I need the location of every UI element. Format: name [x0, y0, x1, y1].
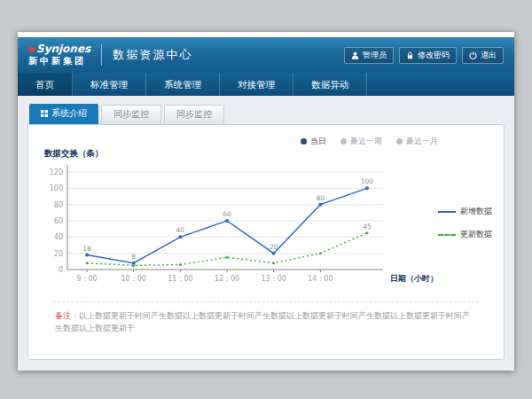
legend-item-today[interactable]: 当日: [301, 136, 326, 147]
svg-text:40: 40: [54, 233, 63, 241]
dot-icon: [396, 138, 403, 145]
footnote-text: ：以上数据更新于时间产生数据以上数据更新于时间产生数据以上数据更新于时间产生数据…: [55, 311, 470, 332]
svg-text:45: 45: [363, 223, 372, 231]
svg-text:80: 80: [54, 201, 63, 209]
dot-icon: [340, 138, 347, 145]
footnote: 备注：以上数据更新于时间产生数据以上数据更新于时间产生数据以上数据更新于时间产生…: [37, 302, 495, 334]
svg-text:日期（小时）: 日期（小时）: [390, 274, 438, 283]
svg-text:60: 60: [54, 217, 63, 225]
nav-item-system-mgmt[interactable]: 系统管理: [146, 73, 220, 96]
svg-text:18: 18: [82, 245, 91, 253]
tab-sync-monitor-1[interactable]: 同步监控: [101, 105, 161, 124]
tab-label: 同步监控: [113, 108, 149, 121]
user-icon: [351, 51, 359, 59]
series-legend: 新增数据 更新数据: [438, 206, 492, 240]
range-filter-legend: 当日 最近一周 最近一月: [37, 130, 495, 147]
grid-icon: [41, 110, 48, 117]
tab-label: 同步监控: [176, 108, 212, 121]
svg-text:14：00: 14：00: [308, 275, 332, 283]
tab-system-intro[interactable]: 系统介绍: [29, 104, 98, 124]
app-header: Synjones 新中新集团 数据资源中心 管理员 修改密码 退出: [18, 37, 514, 73]
legend-item-last-week[interactable]: 最近一周: [340, 136, 382, 147]
logo-text: Synjones: [36, 43, 90, 56]
chart-card: 当日 最近一周 最近一月 数据交换（条） 0204060801001209：00…: [27, 124, 505, 360]
header-actions: 管理员 修改密码 退出: [344, 47, 504, 64]
svg-text:8: 8: [131, 253, 136, 261]
content-area: 系统介绍 同步监控 同步监控 当日 最近一周: [18, 96, 514, 371]
nav-item-data-change[interactable]: 数据异动: [293, 73, 367, 96]
svg-text:40: 40: [176, 226, 185, 234]
svg-text:13：00: 13：00: [261, 275, 286, 283]
svg-text:20: 20: [54, 250, 63, 258]
y-axis-title: 数据交换（条）: [44, 148, 495, 160]
logout-label: 退出: [481, 50, 497, 61]
logo-star-icon: [28, 46, 35, 53]
nav-item-connect-mgmt[interactable]: 对接管理: [220, 73, 293, 96]
legend-label: 最近一周: [350, 136, 382, 147]
admin-user-label: 管理员: [363, 50, 387, 61]
svg-text:100: 100: [50, 184, 63, 192]
main-nav: 首页 标准管理 系统管理 对接管理 数据异动: [18, 73, 514, 96]
svg-text:120: 120: [50, 168, 63, 176]
app-title: 数据资源中心: [113, 47, 192, 63]
svg-text:11：00: 11：00: [168, 275, 192, 283]
series-label: 新增数据: [460, 206, 492, 217]
blue-line-icon: [438, 211, 456, 213]
change-password-button[interactable]: 修改密码: [399, 47, 457, 64]
legend-item-last-month[interactable]: 最近一月: [396, 136, 438, 147]
tabs-row: 系统介绍 同步监控 同步监控: [29, 106, 505, 124]
svg-text:100: 100: [361, 177, 374, 185]
logo-subtext: 新中新集团: [28, 56, 90, 66]
footnote-label: 备注: [55, 311, 71, 320]
svg-text:12：00: 12：00: [215, 275, 239, 283]
svg-text:20: 20: [270, 243, 278, 251]
legend-label: 当日: [310, 136, 326, 147]
company-logo: Synjones 新中新集团: [28, 43, 90, 66]
legend-label: 最近一月: [406, 136, 438, 147]
chart-row: 0204060801001209：0010：0011：0012：0013：001…: [37, 160, 495, 293]
svg-text:9：00: 9：00: [76, 275, 97, 283]
green-dashed-line-icon: [438, 234, 456, 236]
lock-icon: [406, 51, 414, 59]
header-divider: [101, 44, 102, 66]
power-icon: [469, 51, 477, 59]
change-password-label: 修改密码: [418, 50, 450, 61]
logo-wordmark: Synjones: [28, 43, 90, 56]
dot-icon: [301, 138, 307, 145]
logout-button[interactable]: 退出: [462, 47, 504, 64]
nav-item-home[interactable]: 首页: [18, 73, 73, 96]
tab-sync-monitor-2[interactable]: 同步监控: [164, 105, 224, 124]
admin-user-button[interactable]: 管理员: [344, 47, 394, 64]
svg-text:80: 80: [317, 194, 325, 202]
series-legend-update-data[interactable]: 更新数据: [438, 229, 492, 240]
tab-label: 系统介绍: [51, 107, 87, 120]
svg-text:10：00: 10：00: [121, 275, 145, 283]
series-legend-new-data[interactable]: 新增数据: [438, 206, 492, 217]
series-label: 更新数据: [460, 229, 492, 240]
line-chart: 0204060801001209：0010：0011：0012：0013：001…: [37, 160, 438, 293]
svg-text:60: 60: [223, 210, 231, 218]
svg-text:0: 0: [59, 266, 63, 274]
nav-item-standard-mgmt[interactable]: 标准管理: [73, 73, 146, 96]
app-window: Synjones 新中新集团 数据资源中心 管理员 修改密码 退出 首页 标准管…: [18, 32, 514, 371]
